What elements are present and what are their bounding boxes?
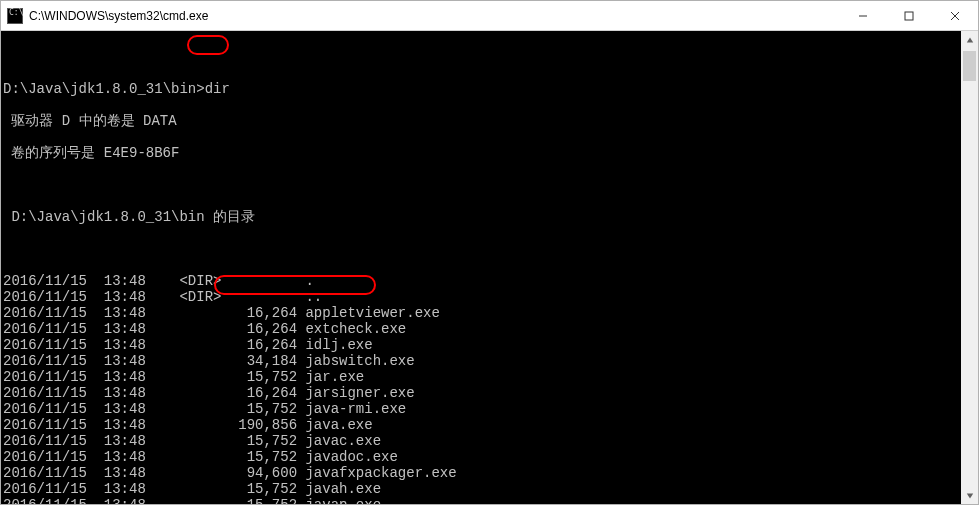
svg-rect-1 — [905, 12, 913, 20]
dir-entry: 2016/11/15 13:48 15,752 javap.exe — [3, 497, 978, 504]
svg-marker-5 — [966, 493, 972, 498]
volume-line: 驱动器 D 中的卷是 DATA — [3, 113, 978, 129]
dir-entry: 2016/11/15 13:48 94,600 javafxpackager.e… — [3, 465, 978, 481]
dir-entry: 2016/11/15 13:48 16,264 extcheck.exe — [3, 321, 978, 337]
dir-entry: 2016/11/15 13:48 <DIR> .. — [3, 289, 978, 305]
dir-entry: 2016/11/15 13:48 15,752 javah.exe — [3, 481, 978, 497]
maximize-button[interactable] — [886, 1, 932, 31]
minimize-button[interactable] — [840, 1, 886, 31]
serial-line: 卷的序列号是 E4E9-8B6F — [3, 145, 978, 161]
dir-entry: 2016/11/15 13:48 16,264 jarsigner.exe — [3, 385, 978, 401]
dir-entry: 2016/11/15 13:48 16,264 appletviewer.exe — [3, 305, 978, 321]
close-button[interactable] — [932, 1, 978, 31]
dir-entry: 2016/11/15 13:48 <DIR> . — [3, 273, 978, 289]
scroll-up-button[interactable] — [961, 31, 978, 48]
blank-line — [3, 49, 978, 65]
dir-entry: 2016/11/15 13:48 16,264 idlj.exe — [3, 337, 978, 353]
titlebar[interactable]: C:\ C:\WINDOWS\system32\cmd.exe — [1, 1, 978, 31]
prompt-path: D:\Java\jdk1.8.0_31\bin> — [3, 81, 205, 97]
dir-entry: 2016/11/15 13:48 15,752 javac.exe — [3, 433, 978, 449]
scrollbar[interactable] — [961, 31, 978, 504]
blank-line — [3, 241, 978, 257]
dir-entry: 2016/11/15 13:48 34,184 jabswitch.exe — [3, 353, 978, 369]
prompt-line: D:\Java\jdk1.8.0_31\bin>dir — [3, 81, 978, 97]
svg-marker-4 — [966, 37, 972, 42]
blank-line — [3, 177, 978, 193]
dir-entry: 2016/11/15 13:48 15,752 java-rmi.exe — [3, 401, 978, 417]
scroll-down-button[interactable] — [961, 487, 978, 504]
scroll-thumb[interactable] — [963, 51, 976, 81]
cmd-icon: C:\ — [7, 8, 23, 24]
window-title: C:\WINDOWS\system32\cmd.exe — [29, 9, 208, 23]
command-text: dir — [205, 81, 230, 97]
dir-entry: 2016/11/15 13:48 15,752 jar.exe — [3, 369, 978, 385]
dirof-line: D:\Java\jdk1.8.0_31\bin 的目录 — [3, 209, 978, 225]
dir-entry: 2016/11/15 13:48 190,856 java.exe — [3, 417, 978, 433]
dir-entry: 2016/11/15 13:48 15,752 javadoc.exe — [3, 449, 978, 465]
terminal-output[interactable]: D:\Java\jdk1.8.0_31\bin>dir 驱动器 D 中的卷是 D… — [1, 31, 978, 504]
